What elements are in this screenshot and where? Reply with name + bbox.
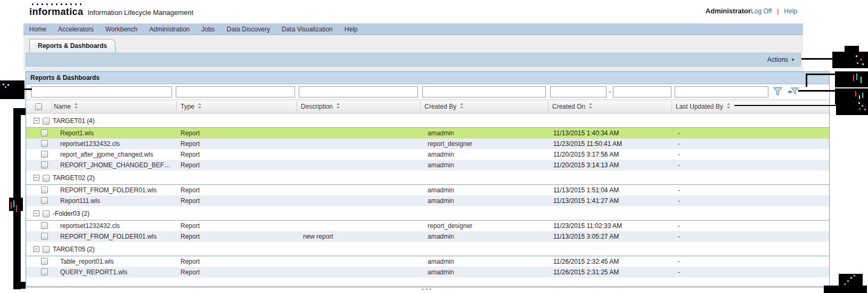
column-header-created-by[interactable]: Created By [424,100,464,113]
group-row[interactable]: − TARGET02(2) [26,170,829,185]
username-label: Administrator [706,7,751,15]
sort-icon[interactable] [75,103,78,109]
collapse-icon[interactable]: − [34,175,39,181]
table-row[interactable]: reportset1232432.cls Report report_desig… [26,139,829,149]
nav-item-help[interactable]: Help [339,23,364,35]
sort-icon[interactable] [337,103,340,109]
select-all-checkbox[interactable] [35,103,42,110]
table-row[interactable]: reportset1232432.cls Report report_desig… [26,221,829,231]
nav-item-data-visualization[interactable]: Data Visualization [276,23,339,35]
table-body: − TARGET01(4) Report1.wls Report amadmin… [26,113,829,278]
nav-item-data-discovery[interactable]: Data Discovery [221,23,276,35]
filter-input-type[interactable] [176,86,295,97]
group-row[interactable]: − TARGET05(2) [26,242,829,256]
filter-input-name[interactable] [31,86,172,97]
row-checkbox[interactable] [41,268,48,275]
nav-item-accelerators[interactable]: Accelerators [52,23,100,35]
filter-input-last-updated-by[interactable] [675,86,768,97]
cell-last-updated-by: - [678,231,680,242]
sort-icon[interactable] [589,103,593,109]
table-row[interactable]: report_after_jgome_changed.wls Report am… [26,149,829,160]
row-checkbox[interactable] [41,258,48,265]
cell-name[interactable]: reportset1232432.cls [60,139,120,149]
column-header-last-updated-by[interactable]: Last Updated By [676,100,731,113]
splitter: ••• [26,287,830,291]
row-checkbox[interactable] [41,129,48,136]
group-label: TARGET01(4) [53,117,96,125]
cell-name[interactable]: Table_report01.wls [60,256,114,267]
group-row[interactable]: − TARGET01(4) [26,113,829,128]
table-row[interactable]: REPORT_FROM_FOLDER01.wls Report amadmin … [26,185,829,196]
tab-reports-dashboards[interactable]: Reports & Dashboards [29,39,116,53]
row-checkbox[interactable] [41,161,48,168]
cell-name[interactable]: Report1.wls [60,128,94,139]
group-checkbox[interactable] [43,118,50,125]
annotation-line [806,74,807,87]
group-checkbox[interactable] [43,210,50,217]
column-divider [548,101,548,112]
group-count: (2) [87,246,95,253]
filter-input-created-on-to[interactable] [613,86,672,97]
clear-filter-icon[interactable] [787,87,799,97]
cell-name[interactable]: REPORT_JHOME_CHANGED_BEFORE... [60,160,175,170]
log-off-link[interactable]: Log Off [751,7,772,15]
column-label: Type [181,103,194,110]
cell-name[interactable]: report_after_jgome_changed.wls [60,149,153,160]
row-checkbox[interactable] [41,197,48,204]
cell-type: Report [181,128,200,139]
cell-name[interactable]: reportset1232432.cls [60,221,120,231]
table-row[interactable]: QUERY_REPORT1.wls Report amadmin 11/26/2… [26,267,829,278]
table-row[interactable]: Report111.wls Report amadmin 11/13/2015 … [26,196,829,206]
group-checkbox[interactable] [43,246,50,253]
cell-created-on: 11/13/2015 1:41:27 AM [553,196,619,206]
sort-icon[interactable] [460,103,464,109]
table-row[interactable]: REPORT_JHOME_CHANGED_BEFORE... Report am… [26,160,829,170]
table-row[interactable]: Table_report01.wls Report amadmin 11/26/… [26,256,829,267]
help-link[interactable]: Help [784,7,797,15]
annotation-callout [845,46,859,52]
filter-icon[interactable] [773,87,784,97]
nav-item-home[interactable]: Home [23,23,52,35]
cell-type: Report [181,221,200,231]
cell-last-updated-by: - [678,196,680,206]
cell-name[interactable]: REPORT_FROM_FOLDER01.wls [60,231,157,242]
group-checkbox[interactable] [43,175,50,182]
cell-name[interactable]: REPORT_FROM_FOLDER01.wls [60,185,157,196]
cell-created-on: 11/26/2015 2:32:45 AM [553,256,619,267]
row-checkbox[interactable] [41,233,48,240]
row-checkbox[interactable] [41,140,48,147]
nav-item-administration[interactable]: Administration [143,23,195,35]
splitter-handle[interactable]: ••• [26,288,830,291]
actions-button[interactable]: Actions▼ [767,53,795,66]
collapse-icon[interactable]: − [34,246,39,252]
column-header-type[interactable]: Type [181,100,202,113]
row-checkbox[interactable] [41,151,48,158]
cell-type: Report [181,149,200,160]
cell-name[interactable]: Report111.wls [60,196,100,206]
sort-icon[interactable] [198,103,202,109]
annotation-bracket [13,108,26,115]
collapse-icon[interactable]: − [34,210,39,216]
nav-item-workbench[interactable]: Workbench [100,23,143,35]
column-divider [176,101,177,112]
sort-icon[interactable] [727,103,731,109]
collapse-icon[interactable]: − [34,118,39,124]
cell-type: Report [181,231,200,242]
column-header-name[interactable]: Name [54,100,78,113]
group-count: (2) [87,174,95,182]
column-header-description[interactable]: Description [301,100,340,113]
filter-input-created-on-from[interactable] [550,86,607,97]
nav-item-jobs[interactable]: Jobs [195,23,220,35]
row-checkbox[interactable] [41,222,48,229]
cell-created-on: 11/20/2015 3:17:56 AM [553,149,619,160]
group-row[interactable]: − -Folder03(2) [26,206,829,221]
filter-input-created-by[interactable] [422,86,546,97]
column-label: Created By [424,103,456,110]
filter-input-description[interactable] [299,86,418,97]
cell-last-updated-by: - [678,149,680,160]
table-row[interactable]: Report1.wls Report amadmin 11/13/2015 1:… [26,128,829,139]
row-checkbox[interactable] [41,186,48,193]
cell-name[interactable]: QUERY_REPORT1.wls [60,267,127,278]
column-header-created-on[interactable]: Created On [552,100,593,113]
table-row[interactable]: REPORT_FROM_FOLDER01.wls Report new repo… [26,231,829,242]
